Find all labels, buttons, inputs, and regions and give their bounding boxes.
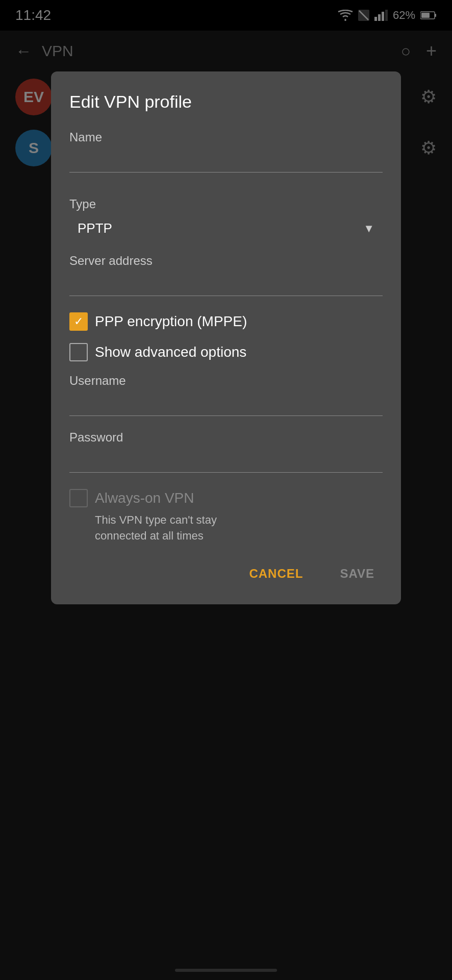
server-field-group: Server address [69, 254, 383, 296]
cancel-button[interactable]: CANCEL [241, 561, 311, 586]
show-advanced-label: Show advanced options [95, 344, 246, 360]
type-dropdown-value: PPTP [78, 220, 363, 236]
server-input[interactable] [69, 272, 383, 296]
ppp-encryption-label: PPP encryption (MPPE) [95, 313, 247, 330]
username-field-group: Username [69, 374, 383, 416]
always-on-description: This VPN type can't stayconnected at all… [95, 512, 383, 544]
type-label: Type [69, 197, 383, 211]
show-advanced-row[interactable]: Show advanced options [69, 343, 383, 361]
edit-vpn-dialog: Edit VPN profile Name Type PPTP ▼ Server… [51, 71, 401, 604]
name-input[interactable] [69, 149, 383, 173]
dialog-title: Edit VPN profile [69, 92, 383, 112]
chevron-down-icon: ▼ [363, 222, 374, 235]
type-dropdown[interactable]: PPTP ▼ [69, 215, 383, 241]
ppp-encryption-checkbox[interactable]: ✓ [69, 312, 88, 331]
save-button[interactable]: SAVE [332, 561, 383, 586]
checkmark-icon: ✓ [74, 316, 83, 327]
type-field-group: Type PPTP ▼ [69, 197, 383, 241]
show-advanced-checkbox[interactable] [69, 343, 88, 361]
password-label: Password [69, 430, 383, 445]
always-on-row: Always-on VPN [69, 489, 383, 507]
name-field-group: Name [69, 130, 383, 187]
always-on-checkbox[interactable] [69, 489, 88, 507]
ppp-encryption-row[interactable]: ✓ PPP encryption (MPPE) [69, 312, 383, 331]
always-on-label: Always-on VPN [95, 490, 194, 506]
server-label: Server address [69, 254, 383, 268]
dialog-buttons: CANCEL SAVE [69, 556, 383, 586]
username-input[interactable] [69, 392, 383, 416]
username-label: Username [69, 374, 383, 388]
password-field-group: Password [69, 430, 383, 473]
name-label: Name [69, 130, 383, 144]
password-input[interactable] [69, 449, 383, 473]
